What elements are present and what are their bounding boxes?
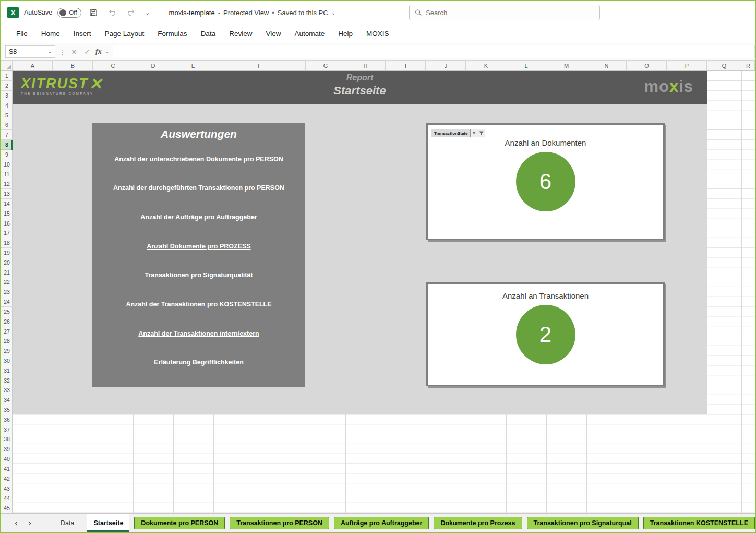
row-header-11[interactable]: 11 <box>1 169 13 179</box>
row-header-31[interactable]: 31 <box>1 365 13 375</box>
title-chevron-down-icon[interactable]: ⌄ <box>331 10 335 16</box>
transactionstate-slicer[interactable]: TransactionState ▾ <box>431 129 485 137</box>
insert-function-button[interactable]: fx <box>95 48 102 56</box>
search-box[interactable] <box>409 5 600 20</box>
column-header-F[interactable]: F <box>213 61 306 70</box>
menu-link[interactable]: Anzahl der Transaktionen pro KOSTENSTELL… <box>95 301 302 308</box>
sheet-tab-dokumente-pro-person[interactable]: Dokumente pro PERSON <box>134 517 225 529</box>
column-header-M[interactable]: M <box>546 61 586 70</box>
row-header-38[interactable]: 38 <box>1 434 13 444</box>
column-header-L[interactable]: L <box>506 61 546 70</box>
search-input[interactable] <box>426 9 594 17</box>
sheet-tab-transaktionen-kostenstelle[interactable]: Transaktionen KOSTENSTELLE <box>643 517 755 529</box>
column-header-Q[interactable]: Q <box>707 61 741 70</box>
row-header-30[interactable]: 30 <box>1 356 13 366</box>
column-header-N[interactable]: N <box>586 61 627 70</box>
row-header-10[interactable]: 10 <box>1 159 13 169</box>
column-header-G[interactable]: G <box>306 61 345 70</box>
ribbon-tab-moxis[interactable]: MOXIS <box>359 24 396 43</box>
sheet-tab-startseite[interactable]: Startseite <box>87 514 129 532</box>
row-header-24[interactable]: 24 <box>1 297 13 307</box>
row-header-13[interactable]: 13 <box>1 189 13 199</box>
row-header-8[interactable]: 8 <box>1 140 13 150</box>
row-header-7[interactable]: 7 <box>1 130 13 140</box>
ribbon-tab-insert[interactable]: Insert <box>67 24 98 43</box>
row-header-26[interactable]: 26 <box>1 316 13 326</box>
row-header-21[interactable]: 21 <box>1 267 13 277</box>
row-header-20[interactable]: 20 <box>1 257 13 267</box>
redo-button[interactable] <box>124 6 138 19</box>
column-header-C[interactable]: C <box>93 61 133 70</box>
formula-bar-handle-icon[interactable]: ⋮ <box>59 48 66 56</box>
menu-link[interactable]: Anzahl der unterschriebenen Dokumente pr… <box>95 156 302 163</box>
ribbon-tab-view[interactable]: View <box>259 24 287 43</box>
column-header-O[interactable]: O <box>627 61 667 70</box>
column-header-A[interactable]: A <box>13 61 53 70</box>
ribbon-tab-home[interactable]: Home <box>34 24 67 43</box>
sheet-tab-dokumente-pro-prozess[interactable]: Dokumente pro Prozess <box>434 517 522 529</box>
column-header-E[interactable]: E <box>173 61 213 70</box>
sheet-tab-transaktionen-pro-signaturqual[interactable]: Transaktionen pro Signaturqual <box>527 517 639 529</box>
ribbon-tab-review[interactable]: Review <box>222 24 259 43</box>
row-header-44[interactable]: 44 <box>1 493 13 503</box>
formula-input[interactable] <box>113 45 755 58</box>
sheet-tab-data[interactable]: Data <box>52 514 82 532</box>
column-header-B[interactable]: B <box>53 61 93 70</box>
row-header-9[interactable]: 9 <box>1 150 13 160</box>
row-header-14[interactable]: 14 <box>1 199 13 209</box>
row-header-18[interactable]: 18 <box>1 238 13 248</box>
row-header-45[interactable]: 45 <box>1 503 13 513</box>
row-header-25[interactable]: 25 <box>1 307 13 317</box>
column-header-K[interactable]: K <box>466 61 506 70</box>
row-header-23[interactable]: 23 <box>1 287 13 297</box>
menu-link[interactable]: Erläuterung Begrifflichkeiten <box>95 359 302 366</box>
row-header-19[interactable]: 19 <box>1 248 13 258</box>
row-header-43[interactable]: 43 <box>1 483 13 493</box>
autosave-toggle[interactable]: Off <box>57 8 81 18</box>
menu-link[interactable]: Anzahl der Aufträge pro Auftraggeber <box>95 214 302 221</box>
row-header-39[interactable]: 39 <box>1 444 13 454</box>
row-header-15[interactable]: 15 <box>1 208 13 218</box>
row-header-5[interactable]: 5 <box>1 110 13 120</box>
menu-link[interactable]: Anzahl der Transaktionen intern/extern <box>95 330 302 337</box>
name-box[interactable]: S8 ⌄ <box>5 45 55 58</box>
menu-link[interactable]: Anzahl Dokumente pro PROZESS <box>95 243 302 250</box>
row-header-16[interactable]: 16 <box>1 218 13 228</box>
row-header-17[interactable]: 17 <box>1 228 13 238</box>
grid-body[interactable]: 1234567891011121314151617181920212223242… <box>1 71 755 513</box>
document-title[interactable]: moxis-template - Protected View • Saved … <box>169 9 335 17</box>
sheet-tab-transaktionen-pro-person[interactable]: Transaktionen pro PERSON <box>230 517 329 529</box>
row-header-1[interactable]: 1 <box>1 71 13 81</box>
row-header-36[interactable]: 36 <box>1 414 13 424</box>
column-header-P[interactable]: P <box>667 61 707 70</box>
row-header-40[interactable]: 40 <box>1 454 13 464</box>
row-header-12[interactable]: 12 <box>1 179 13 189</box>
column-header-R[interactable]: R <box>741 61 755 70</box>
row-header-34[interactable]: 34 <box>1 395 13 405</box>
ribbon-tab-file[interactable]: File <box>9 24 34 43</box>
row-header-35[interactable]: 35 <box>1 405 13 415</box>
row-header-3[interactable]: 3 <box>1 91 13 101</box>
column-header-H[interactable]: H <box>345 61 386 70</box>
confirm-entry-icon[interactable]: ✓ <box>82 48 92 56</box>
fx-chevron-icon[interactable]: ⌄ <box>105 49 110 54</box>
undo-button[interactable] <box>105 6 119 19</box>
row-header-28[interactable]: 28 <box>1 336 13 346</box>
select-all-corner[interactable] <box>1 61 13 70</box>
row-header-22[interactable]: 22 <box>1 277 13 287</box>
row-header-42[interactable]: 42 <box>1 473 13 483</box>
ribbon-tab-automate[interactable]: Automate <box>287 24 331 43</box>
cancel-entry-icon[interactable]: ✕ <box>69 48 79 56</box>
name-box-chevron-icon[interactable]: ⌄ <box>47 49 52 54</box>
row-header-33[interactable]: 33 <box>1 385 13 395</box>
excel-logo-icon[interactable]: X <box>7 7 19 18</box>
column-header-J[interactable]: J <box>426 61 466 70</box>
row-header-2[interactable]: 2 <box>1 81 13 91</box>
column-header-I[interactable]: I <box>386 61 426 70</box>
ribbon-tab-data[interactable]: Data <box>194 24 223 43</box>
menu-link[interactable]: Transaktionen pro Signaturqualität <box>95 271 302 279</box>
slicer-dropdown-icon[interactable]: ▾ <box>470 129 477 137</box>
row-header-37[interactable]: 37 <box>1 424 13 434</box>
row-header-27[interactable]: 27 <box>1 326 13 336</box>
ribbon-tab-help[interactable]: Help <box>331 24 359 43</box>
